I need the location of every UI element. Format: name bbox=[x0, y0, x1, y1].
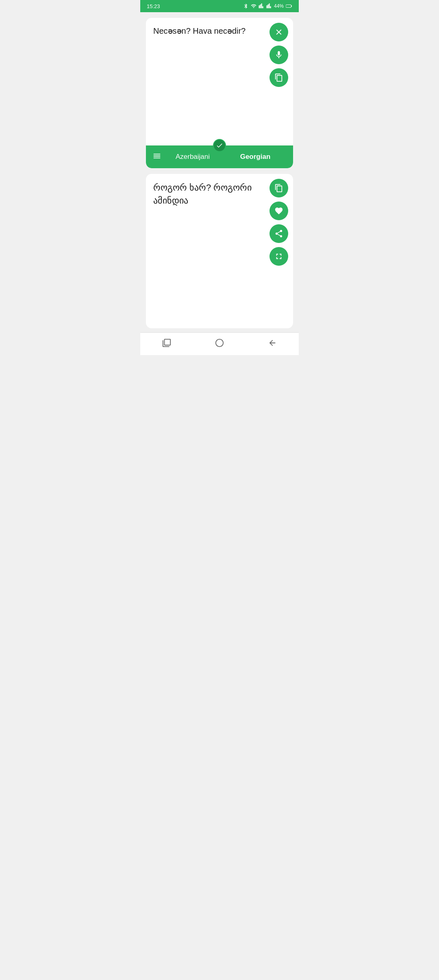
input-action-buttons bbox=[269, 23, 288, 87]
signal-icon bbox=[259, 3, 264, 9]
share-icon bbox=[274, 229, 283, 238]
checkmark-badge bbox=[213, 139, 226, 152]
fullscreen-icon bbox=[274, 252, 283, 261]
favorite-button[interactable] bbox=[269, 202, 288, 220]
recents-icon bbox=[162, 338, 171, 347]
input-card: Necəsən? Hava necədir? bbox=[146, 18, 293, 168]
fullscreen-button[interactable] bbox=[269, 247, 288, 266]
copy-icon bbox=[274, 73, 283, 82]
output-action-buttons bbox=[269, 179, 288, 266]
nav-recents-button[interactable] bbox=[154, 335, 179, 353]
back-icon bbox=[268, 338, 277, 347]
copy-output-icon bbox=[274, 184, 283, 193]
svg-point-3 bbox=[216, 339, 223, 347]
share-button[interactable] bbox=[269, 224, 288, 243]
battery-level: 44% bbox=[274, 3, 284, 9]
status-time: 15:23 bbox=[147, 3, 160, 9]
check-icon bbox=[216, 142, 223, 149]
source-language[interactable]: Azerbaijani bbox=[161, 153, 224, 161]
home-icon bbox=[215, 338, 224, 347]
status-icons: 44% bbox=[243, 3, 292, 9]
hamburger-icon bbox=[152, 152, 161, 160]
mic-button[interactable] bbox=[269, 46, 288, 64]
nav-back-button[interactable] bbox=[260, 335, 285, 353]
output-card: როგორ ხარ? როგორი ამინდია bbox=[146, 174, 293, 328]
status-bar: 15:23 44% bbox=[140, 0, 299, 12]
svg-rect-1 bbox=[291, 5, 292, 7]
main-content: Necəsən? Hava necədir? bbox=[140, 12, 299, 332]
copy-output-button[interactable] bbox=[269, 179, 288, 197]
svg-rect-2 bbox=[286, 5, 289, 7]
copy-input-button[interactable] bbox=[269, 68, 288, 87]
menu-icon[interactable] bbox=[152, 152, 161, 163]
nav-bar bbox=[140, 332, 299, 355]
mic-icon bbox=[274, 50, 283, 59]
battery-icon bbox=[286, 3, 292, 9]
bluetooth-icon bbox=[243, 3, 249, 9]
signal2-icon bbox=[266, 3, 272, 9]
close-icon bbox=[274, 28, 283, 37]
language-bar: Azerbaijani Georgian bbox=[146, 145, 293, 168]
wifi-icon bbox=[251, 3, 256, 9]
nav-home-button[interactable] bbox=[207, 335, 232, 353]
target-language[interactable]: Georgian bbox=[224, 153, 287, 161]
close-button[interactable] bbox=[269, 23, 288, 41]
heart-icon bbox=[274, 206, 283, 215]
